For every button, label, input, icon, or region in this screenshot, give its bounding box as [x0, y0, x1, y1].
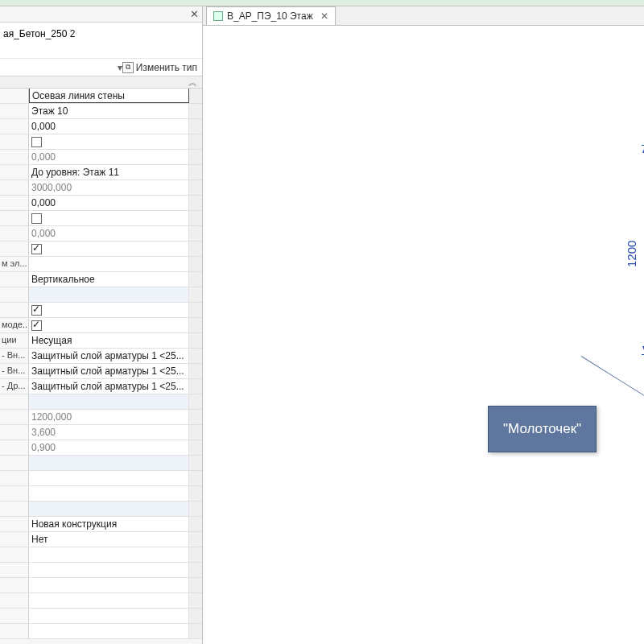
property-row[interactable]: [0, 242, 202, 257]
property-value[interactable]: 3,600: [29, 425, 189, 440]
property-value[interactable]: Защитный слой арматуры 1 <25...: [29, 364, 189, 378]
property-row[interactable]: [0, 287, 202, 303]
property-row[interactable]: 0,000: [0, 119, 202, 134]
property-value[interactable]: До уровня: Этаж 11: [29, 165, 189, 180]
scrollbar-gutter: [189, 471, 202, 485]
view-tab[interactable]: В_АР_ПЭ_10 Этаж ✕: [206, 6, 336, 25]
property-value[interactable]: 0,000: [29, 196, 189, 210]
property-label: - Др...: [0, 379, 29, 394]
property-row[interactable]: 0,900: [0, 440, 202, 456]
property-value[interactable]: Этаж 10: [29, 104, 189, 118]
property-row[interactable]: - Вн...Защитный слой арматуры 1 <25...: [0, 349, 202, 364]
checkbox[interactable]: [31, 244, 42, 254]
property-value[interactable]: [29, 624, 189, 638]
property-value[interactable]: 0,000: [29, 226, 189, 241]
checkbox[interactable]: [31, 137, 42, 147]
panel-header: ✕: [0, 6, 202, 23]
property-row[interactable]: [0, 471, 202, 486]
property-row[interactable]: 0,000: [0, 150, 202, 165]
checkbox[interactable]: [31, 213, 42, 224]
close-icon[interactable]: ✕: [190, 8, 199, 20]
scrollbar-gutter: [189, 104, 202, 118]
property-row[interactable]: [0, 134, 202, 150]
property-row[interactable]: м эл...: [0, 257, 202, 272]
scrollbar-gutter: [189, 609, 202, 623]
property-row[interactable]: 1200,000: [0, 410, 202, 425]
property-value[interactable]: [29, 486, 189, 501]
property-label: [0, 180, 29, 195]
property-row[interactable]: 0,000: [0, 196, 202, 211]
property-row[interactable]: Вертикальное: [0, 272, 202, 287]
property-value[interactable]: [29, 502, 189, 516]
checkbox[interactable]: [31, 320, 42, 331]
property-value[interactable]: Нет: [29, 532, 189, 547]
property-row[interactable]: 3000,000: [0, 180, 202, 196]
property-row[interactable]: Осевая линия стены: [0, 89, 202, 104]
property-row[interactable]: [0, 624, 202, 639]
property-value[interactable]: [29, 578, 189, 592]
collapse-toggle[interactable]: ︽: [0, 76, 202, 89]
property-row[interactable]: - Вн...Защитный слой арматуры 1 <25...: [0, 364, 202, 379]
property-row[interactable]: Этаж 10: [0, 104, 202, 119]
property-row[interactable]: [0, 394, 202, 410]
property-row[interactable]: [0, 486, 202, 502]
property-label: [0, 456, 29, 470]
property-row[interactable]: - Др...Защитный слой арматуры 1 <25...: [0, 379, 202, 394]
canvas[interactable]: 1200 ⇄ "Молоточек": [203, 26, 644, 644]
property-value[interactable]: 3000,000: [29, 180, 189, 195]
property-value[interactable]: [29, 134, 189, 149]
property-row[interactable]: [0, 502, 202, 517]
scrollbar-gutter: [189, 196, 202, 210]
property-value[interactable]: Вертикальное: [29, 272, 189, 287]
checkbox[interactable]: [31, 305, 42, 316]
property-row[interactable]: До уровня: Этаж 11: [0, 165, 202, 180]
property-row[interactable]: моде...: [0, 318, 202, 333]
scrollbar-gutter: [189, 89, 202, 103]
property-value[interactable]: [29, 287, 189, 302]
property-label: [0, 104, 29, 118]
property-row[interactable]: [0, 456, 202, 471]
edit-type-button[interactable]: ⧉ Изменить тип: [122, 62, 200, 73]
close-icon[interactable]: ✕: [320, 10, 328, 22]
property-row[interactable]: [0, 563, 202, 578]
dimension-value[interactable]: 1200: [625, 241, 638, 267]
property-value[interactable]: 0,000: [29, 150, 189, 164]
property-value[interactable]: [29, 211, 189, 225]
type-selector[interactable]: ая_Бетон_250 2: [0, 23, 202, 43]
property-value[interactable]: Защитный слой арматуры 1 <25...: [29, 379, 189, 394]
type-dropdown[interactable]: ▾ ⧉ Изменить тип: [0, 58, 202, 76]
property-value[interactable]: Осевая линия стены: [29, 89, 189, 103]
property-value[interactable]: 0,000: [29, 119, 189, 134]
property-row[interactable]: [0, 211, 202, 226]
property-row[interactable]: Нет: [0, 532, 202, 547]
property-value[interactable]: [29, 242, 189, 256]
property-value[interactable]: Защитный слой арматуры 1 <25...: [29, 349, 189, 363]
property-row[interactable]: [0, 303, 202, 318]
property-value[interactable]: [29, 318, 189, 332]
property-value[interactable]: [29, 303, 189, 317]
property-value[interactable]: Несущая: [29, 333, 189, 348]
property-value[interactable]: [29, 471, 189, 485]
property-value[interactable]: [29, 456, 189, 470]
property-value[interactable]: 0,900: [29, 440, 189, 455]
property-value[interactable]: [29, 609, 189, 623]
property-label: - Вн...: [0, 349, 29, 363]
property-row[interactable]: Новая конструкция: [0, 517, 202, 532]
property-value[interactable]: [29, 257, 189, 271]
property-row[interactable]: [0, 547, 202, 563]
property-value[interactable]: [29, 394, 189, 409]
property-value[interactable]: [29, 547, 189, 562]
property-row[interactable]: 0,000: [0, 226, 202, 242]
property-row[interactable]: [0, 609, 202, 624]
property-row[interactable]: [0, 593, 202, 609]
property-label: [0, 502, 29, 516]
scrollbar-gutter: [189, 532, 202, 547]
property-row[interactable]: 3,600: [0, 425, 202, 440]
property-row[interactable]: цииНесущая: [0, 333, 202, 349]
property-row[interactable]: [0, 578, 202, 593]
property-label: [0, 440, 29, 455]
property-value[interactable]: [29, 593, 189, 608]
property-value[interactable]: [29, 563, 189, 577]
property-value[interactable]: 1200,000: [29, 410, 189, 424]
property-value[interactable]: Новая конструкция: [29, 517, 189, 531]
